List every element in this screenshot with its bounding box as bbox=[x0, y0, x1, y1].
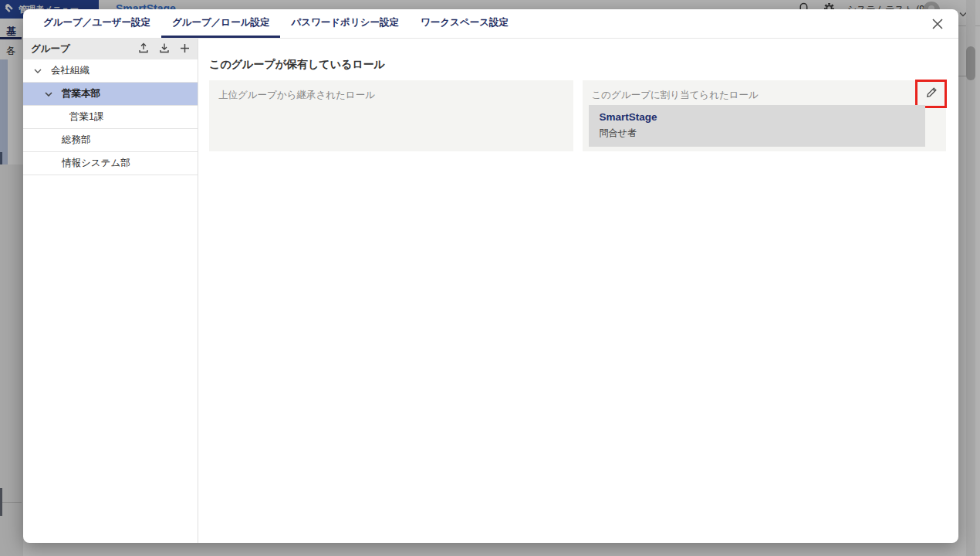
tab-group-role-settings[interactable]: グループ／ロール設定 bbox=[161, 9, 280, 38]
assigned-roles-label: このグループに割り当てられたロール bbox=[592, 89, 938, 102]
tree-item-it-dept[interactable]: 情報システム部 bbox=[23, 152, 198, 175]
tree-item-sales-hq[interactable]: 営業本部 bbox=[23, 83, 198, 106]
modal-body: グループ bbox=[23, 39, 958, 543]
chevron-down-icon[interactable] bbox=[34, 69, 42, 73]
group-tree-sidebar: グループ bbox=[23, 39, 198, 543]
sidebar-actions bbox=[138, 42, 190, 56]
tab-workspace-settings[interactable]: ワークスペース設定 bbox=[410, 9, 519, 38]
assigned-role-item[interactable]: SmartStage 問合せ者 bbox=[589, 105, 925, 147]
tree-item-sales-sec1[interactable]: 営業1課 bbox=[23, 106, 198, 129]
tree-item-label: 営業1課 bbox=[69, 110, 103, 124]
settings-modal: グループ／ユーザー設定 グループ／ロール設定 パスワードポリシー設定 ワークスペ… bbox=[23, 9, 958, 543]
inherited-roles-label: 上位グループから継承されたロール bbox=[218, 89, 564, 102]
close-button[interactable] bbox=[929, 16, 946, 33]
sidebar-header: グループ bbox=[23, 39, 198, 59]
assigned-roles-panel: このグループに割り当てられたロール SmartStage 問合せ者 bbox=[583, 80, 947, 151]
chevron-down-icon[interactable] bbox=[45, 92, 52, 97]
tab-password-policy-settings[interactable]: パスワードポリシー設定 bbox=[280, 9, 410, 38]
add-group-button[interactable] bbox=[180, 43, 190, 56]
close-icon bbox=[931, 18, 944, 32]
download-button[interactable] bbox=[159, 42, 170, 56]
tree-item-company[interactable]: 会社組織 bbox=[23, 59, 198, 83]
role-name: 問合せ者 bbox=[600, 127, 914, 140]
role-app-name: SmartStage bbox=[600, 111, 914, 123]
modal-tab-bar: グループ／ユーザー設定 グループ／ロール設定 パスワードポリシー設定 ワークスペ… bbox=[23, 9, 958, 39]
tree-item-label: 情報システム部 bbox=[62, 157, 130, 170]
role-panels: 上位グループから継承されたロール このグループに割り当てられたロール Smart… bbox=[209, 80, 946, 151]
tree-item-label: 営業本部 bbox=[62, 87, 100, 100]
annotation-highlight bbox=[915, 80, 947, 108]
plus-icon bbox=[180, 43, 190, 56]
pencil-icon bbox=[925, 86, 938, 101]
download-icon bbox=[159, 42, 170, 56]
tree-item-general-affairs[interactable]: 総務部 bbox=[23, 129, 198, 152]
tree-item-label: 会社組織 bbox=[51, 64, 90, 77]
inherited-roles-panel: 上位グループから継承されたロール bbox=[209, 80, 573, 151]
role-settings-main: このグループが保有しているロール 上位グループから継承されたロール このグループ… bbox=[198, 39, 958, 543]
upload-icon bbox=[138, 42, 149, 56]
upload-button[interactable] bbox=[138, 42, 149, 56]
edit-assigned-roles-button[interactable] bbox=[925, 86, 938, 101]
tree-item-label: 総務部 bbox=[62, 134, 91, 147]
page-title: このグループが保有しているロール bbox=[209, 58, 946, 72]
sidebar-title: グループ bbox=[31, 42, 70, 56]
tab-group-user-settings[interactable]: グループ／ユーザー設定 bbox=[32, 9, 161, 38]
